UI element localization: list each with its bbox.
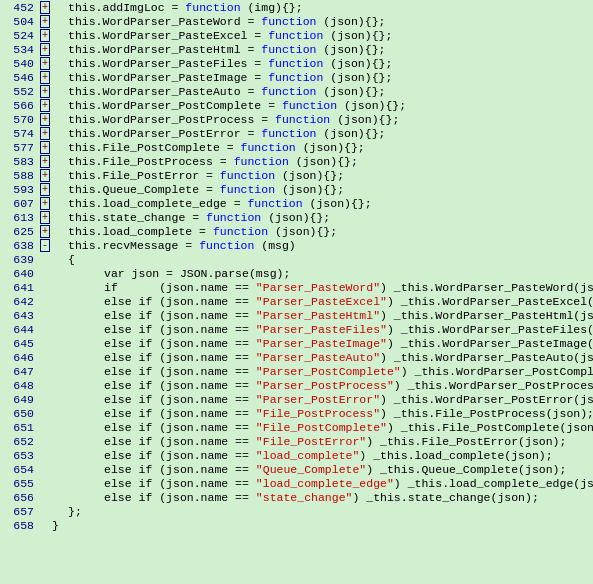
- code-token: "load_complete_edge": [256, 477, 394, 490]
- expander-icon[interactable]: [38, 126, 52, 140]
- line-number: 546: [0, 71, 38, 84]
- expander-icon[interactable]: [38, 196, 52, 210]
- expander-icon: [38, 322, 52, 336]
- line-number: 641: [0, 281, 38, 294]
- code-token: ) _this.WordParser_PostComplete(json);: [401, 365, 593, 378]
- expander-icon[interactable]: [38, 84, 52, 98]
- code-content: else if (json.name == "Parser_PasteFiles…: [52, 323, 593, 336]
- expander-icon[interactable]: [38, 14, 52, 28]
- code-content: };: [52, 505, 593, 518]
- code-content: this.WordParser_PasteWord = function (js…: [52, 15, 593, 28]
- expander-icon[interactable]: [38, 112, 52, 126]
- code-token: (json){};: [316, 85, 385, 98]
- expander-icon: [38, 462, 52, 476]
- code-token: else if (json.name ==: [104, 449, 256, 462]
- code-token: if (json.name ==: [104, 281, 256, 294]
- line-number: 613: [0, 211, 38, 224]
- code-token: function: [220, 169, 275, 182]
- line-number: 639: [0, 253, 38, 266]
- code-content: this.WordParser_PostComplete = function …: [52, 99, 593, 112]
- code-line: 452this.addImgLoc = function (img){};: [0, 0, 593, 14]
- code-token: this.recvMessage =: [68, 239, 199, 252]
- line-number: 452: [0, 1, 38, 14]
- expander-icon: [38, 336, 52, 350]
- expander-icon: [38, 308, 52, 322]
- code-content: this.WordParser_PasteFiles = function (j…: [52, 57, 593, 70]
- expander-icon: [38, 476, 52, 490]
- code-token: function: [220, 183, 275, 196]
- code-line: 552this.WordParser_PasteAuto = function …: [0, 84, 593, 98]
- code-line: 642else if (json.name == "Parser_PasteEx…: [0, 294, 593, 308]
- expander-icon[interactable]: [38, 98, 52, 112]
- expander-icon[interactable]: [38, 168, 52, 182]
- expander-icon[interactable]: [38, 238, 52, 252]
- expander-icon: [38, 378, 52, 392]
- code-token: else if (json.name ==: [104, 435, 256, 448]
- expander-icon[interactable]: [38, 42, 52, 56]
- code-line: 652else if (json.name == "File_PostError…: [0, 434, 593, 448]
- code-token: function: [234, 155, 289, 168]
- expander-icon: [38, 266, 52, 280]
- code-token: (json){};: [316, 43, 385, 56]
- code-content: this.File_PostProcess = function (json){…: [52, 155, 593, 168]
- code-line: 644else if (json.name == "Parser_PasteFi…: [0, 322, 593, 336]
- code-token: ) _this.WordParser_PostProcess(json);: [394, 379, 593, 392]
- code-token: {: [68, 253, 75, 266]
- code-token: "state_change": [256, 491, 353, 504]
- expander-icon[interactable]: [38, 224, 52, 238]
- code-content: if (json.name == "Parser_PasteWord") _th…: [52, 281, 593, 294]
- expander-icon[interactable]: [38, 210, 52, 224]
- code-line: 574this.WordParser_PostError = function …: [0, 126, 593, 140]
- code-content: else if (json.name == "File_PostProcess"…: [52, 407, 593, 420]
- code-token: else if (json.name ==: [104, 393, 256, 406]
- line-number: 642: [0, 295, 38, 308]
- code-token: "Parser_PasteFiles": [256, 323, 387, 336]
- code-content: this.WordParser_PasteExcel = function (j…: [52, 29, 593, 42]
- code-token: ) _this.state_change(json);: [352, 491, 538, 504]
- code-token: ) _this.Queue_Complete(json);: [366, 463, 566, 476]
- code-content: else if (json.name == "Parser_PasteImage…: [52, 337, 593, 350]
- expander-icon[interactable]: [38, 154, 52, 168]
- code-token: (json){};: [289, 155, 358, 168]
- expander-icon[interactable]: [38, 56, 52, 70]
- code-token: "Parser_PasteWord": [256, 281, 380, 294]
- code-content: this.WordParser_PasteHtml = function (js…: [52, 43, 593, 56]
- line-number: 656: [0, 491, 38, 504]
- line-number: 625: [0, 225, 38, 238]
- code-line: 524this.WordParser_PasteExcel = function…: [0, 28, 593, 42]
- code-line: 640var json = JSON.parse(msg);: [0, 266, 593, 280]
- code-line: 654else if (json.name == "Queue_Complete…: [0, 462, 593, 476]
- expander-icon[interactable]: [38, 182, 52, 196]
- expander-icon[interactable]: [38, 140, 52, 154]
- code-line: 566this.WordParser_PostComplete = functi…: [0, 98, 593, 112]
- expander-icon: [38, 252, 52, 266]
- code-token: (img){};: [241, 1, 303, 14]
- code-token: this.WordParser_PostComplete =: [68, 99, 282, 112]
- code-line: 656else if (json.name == "state_change")…: [0, 490, 593, 504]
- code-token: (json){};: [303, 197, 372, 210]
- code-content: else if (json.name == "Parser_PostProces…: [52, 379, 593, 392]
- code-token: else if (json.name ==: [104, 491, 256, 504]
- code-line: 625this.load_complete = function (json){…: [0, 224, 593, 238]
- code-line: 546this.WordParser_PasteImage = function…: [0, 70, 593, 84]
- code-token: this.WordParser_PasteImage =: [68, 71, 268, 84]
- expander-icon[interactable]: [38, 0, 52, 14]
- code-token: (json){};: [323, 29, 392, 42]
- code-content: else if (json.name == "load_complete") _…: [52, 449, 593, 462]
- code-token: else if (json.name ==: [104, 337, 256, 350]
- code-token: ) _this.File_PostComplete(json);: [387, 421, 593, 434]
- code-content: this.load_complete = function (json){};: [52, 225, 593, 238]
- code-content: this.WordParser_PostProcess = function (…: [52, 113, 593, 126]
- code-line: 657};: [0, 504, 593, 518]
- code-token: ) _this.load_complete_edge(json);: [394, 477, 593, 490]
- code-token: ) _this.WordParser_PasteHtml(json);: [380, 309, 593, 322]
- code-line: 613this.state_change = function (json){}…: [0, 210, 593, 224]
- code-container: 452this.addImgLoc = function (img){};504…: [0, 0, 593, 532]
- code-token: function: [261, 15, 316, 28]
- expander-icon[interactable]: [38, 28, 52, 42]
- code-token: (json){};: [316, 127, 385, 140]
- expander-icon: [38, 294, 52, 308]
- code-content: else if (json.name == "Queue_Complete") …: [52, 463, 593, 476]
- expander-icon[interactable]: [38, 70, 52, 84]
- code-token: function: [261, 43, 316, 56]
